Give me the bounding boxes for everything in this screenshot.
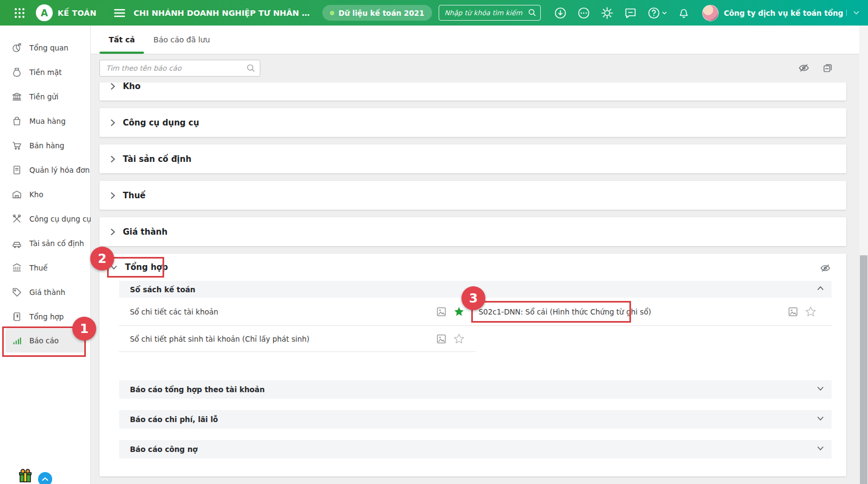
sidebar-item-gia-thanh[interactable]: Giá thành bbox=[0, 280, 90, 304]
section-gia-thanh[interactable]: Giá thành bbox=[99, 217, 846, 246]
section-title: Giá thành bbox=[123, 227, 167, 237]
chevron-up-icon bbox=[817, 286, 824, 291]
chevron-down-icon bbox=[817, 416, 824, 421]
invoice-document-icon bbox=[11, 165, 22, 175]
section-tong-hop-header[interactable]: Tổng hợp bbox=[99, 254, 846, 281]
main-content: Tất cả Báo cáo đã lưu bbox=[91, 26, 868, 484]
user-avatar[interactable] bbox=[702, 5, 719, 21]
sidebar-item-label: Báo cáo bbox=[29, 336, 59, 345]
tab-all[interactable]: Tất cả bbox=[99, 26, 144, 54]
sidebar-item-label: Tiền gửi bbox=[29, 92, 59, 101]
subsection-bao-cao-cong-no[interactable]: Báo cáo công nợ bbox=[119, 440, 832, 458]
report-tabs: Tất cả Báo cáo đã lưu bbox=[91, 26, 868, 54]
chevron-right-icon bbox=[110, 119, 115, 127]
subsection-bao-cao-chi-phi-lai-lo[interactable]: Báo cáo chi phí, lãi lỗ bbox=[119, 410, 832, 429]
report-link[interactable]: Sổ chi tiết phát sinh tài khoản (Chỉ lấy… bbox=[130, 335, 436, 343]
preview-image-icon[interactable] bbox=[436, 306, 447, 317]
section-title: Thuế bbox=[123, 191, 146, 200]
section-title: Công cụ dụng cụ bbox=[123, 118, 199, 128]
app-window: A KẾ TOÁN CHI NHÁNH DOANH NGHIỆP TƯ NHÂN… bbox=[0, 0, 868, 484]
chevron-down-icon bbox=[817, 386, 824, 391]
hide-section-eye-off-icon[interactable] bbox=[820, 262, 831, 274]
section-tong-hop: Tổng hợp Sổ sách kế toán bbox=[99, 254, 846, 476]
sidebar-item-tong-quan[interactable]: Tổng quan bbox=[0, 35, 90, 60]
top-header: A KẾ TOÁN CHI NHÁNH DOANH NGHIỆP TƯ NHÂN… bbox=[0, 0, 868, 26]
account-chevron-down-icon[interactable] bbox=[853, 11, 859, 15]
hamburger-menu-icon[interactable] bbox=[114, 9, 125, 17]
more-apps-icon[interactable] bbox=[577, 7, 590, 20]
sidebar-item-label: Mua hàng bbox=[29, 117, 66, 125]
report-toolbar bbox=[91, 54, 868, 83]
chevron-right-icon bbox=[110, 228, 115, 236]
sidebar-item-thue[interactable]: Thuế bbox=[0, 255, 90, 280]
shopping-bag-icon bbox=[11, 116, 22, 127]
scrollbar-track[interactable] bbox=[859, 26, 868, 484]
app-logo[interactable]: A bbox=[36, 4, 53, 21]
chevron-down-icon bbox=[662, 11, 667, 15]
subsection-bao-cao-tong-hop-theo-tai-khoan[interactable]: Báo cáo tổng hợp theo tài khoản bbox=[119, 380, 832, 399]
report-cell: Sổ chi tiết phát sinh tài khoản (Chỉ lấy… bbox=[119, 326, 476, 352]
sidebar-item-tien-mat[interactable]: Tiền mặt bbox=[0, 60, 90, 84]
section-title: Tài sản cố định bbox=[123, 154, 191, 164]
section-tai-san-co-dinh[interactable]: Tài sản cố định bbox=[99, 144, 846, 173]
sidebar-item-label: Bán hàng bbox=[29, 141, 64, 150]
sidebar-item-tai-san-co-dinh[interactable]: Tài sản cố định bbox=[0, 231, 90, 255]
section-thue[interactable]: Thuế bbox=[99, 181, 846, 210]
gift-promo-icon[interactable] bbox=[18, 468, 33, 483]
notifications-bell-icon[interactable] bbox=[677, 7, 690, 20]
help-icon[interactable] bbox=[647, 7, 667, 20]
chevron-down-icon bbox=[817, 446, 824, 451]
subsection-so-sach-ke-toan[interactable]: Sổ sách kế toán bbox=[119, 281, 832, 298]
sidebar-item-quan-ly-hoa-don[interactable]: Quản lý hóa đơn bbox=[0, 158, 90, 182]
overview-pie-icon bbox=[11, 42, 22, 53]
favorite-star-icon-filled[interactable] bbox=[453, 306, 465, 317]
report-section-list: Kho Công cụ dụng cụ Tài sản cố định Thuế… bbox=[91, 83, 868, 484]
sidebar-item-tien-gui[interactable]: Tiền gửi bbox=[0, 84, 90, 109]
favorite-star-icon-outline[interactable] bbox=[805, 306, 816, 317]
report-link[interactable]: Sổ chi tiết các tài khoản bbox=[130, 307, 436, 316]
chat-icon[interactable] bbox=[624, 7, 637, 20]
sidebar-item-label: Tổng hợp bbox=[29, 312, 64, 321]
car-asset-icon bbox=[11, 238, 22, 249]
price-tag-icon bbox=[11, 287, 22, 298]
sidebar-item-bao-cao[interactable]: Báo cáo bbox=[5, 329, 85, 353]
scroll-top-button[interactable] bbox=[38, 472, 52, 484]
chevron-right-icon bbox=[110, 192, 115, 199]
download-icon[interactable] bbox=[554, 7, 567, 20]
report-link-s02c1[interactable]: S02c1-DNN: Sổ cái (Hình thức Chứng từ gh… bbox=[479, 307, 788, 316]
hide-reports-eye-off-icon[interactable] bbox=[798, 62, 810, 74]
data-year-label: Dữ liệu kế toán 2021 bbox=[339, 9, 424, 17]
sidebar-item-mua-hang[interactable]: Mua hàng bbox=[0, 109, 90, 133]
sidebar-item-cong-cu-dung-cu[interactable]: Công cụ dụng cụ bbox=[0, 206, 90, 231]
chevron-right-icon bbox=[110, 155, 115, 163]
global-search-input[interactable] bbox=[439, 5, 541, 21]
warehouse-icon bbox=[11, 189, 22, 200]
subsection-title: Báo cáo tổng hợp theo tài khoản bbox=[130, 385, 265, 394]
sidebar-item-ban-hang[interactable]: Bán hàng bbox=[0, 133, 90, 158]
sidebar-item-label: Tiền mặt bbox=[29, 68, 61, 77]
section-cong-cu-dung-cu[interactable]: Công cụ dụng cụ bbox=[99, 108, 846, 137]
tax-building-icon bbox=[11, 262, 22, 273]
tools-icon bbox=[11, 213, 22, 224]
app-grid-icon[interactable] bbox=[14, 8, 25, 18]
data-year-badge[interactable]: Dữ liệu kế toán 2021 bbox=[322, 5, 432, 21]
tab-saved-reports[interactable]: Báo cáo đã lưu bbox=[144, 26, 219, 54]
settings-gear-icon[interactable] bbox=[601, 7, 614, 20]
account-name[interactable]: Công ty dịch vụ kế toán tổng hợp 1... bbox=[724, 9, 847, 17]
favorite-star-icon-outline[interactable] bbox=[453, 333, 465, 344]
report-chart-icon bbox=[11, 335, 22, 346]
preview-image-icon[interactable] bbox=[436, 334, 447, 344]
collapse-all-icon[interactable] bbox=[822, 62, 834, 74]
scrollbar-thumb[interactable] bbox=[860, 255, 867, 484]
sidebar-item-tong-hop[interactable]: Tổng hợp bbox=[0, 304, 90, 329]
chevron-right-icon bbox=[110, 83, 115, 90]
preview-image-icon[interactable] bbox=[788, 306, 798, 317]
sidebar-item-kho[interactable]: Kho bbox=[0, 182, 90, 206]
sidebar-item-label: Giá thành bbox=[29, 288, 65, 297]
tab-saved-label: Báo cáo đã lưu bbox=[153, 35, 210, 44]
report-search-input[interactable] bbox=[99, 60, 260, 77]
sidebar-item-label: Quản lý hóa đơn bbox=[29, 166, 90, 174]
section-kho[interactable]: Kho bbox=[99, 83, 846, 100]
shopping-cart-icon bbox=[11, 140, 22, 151]
report-cell: S02c1-DNN: Sổ cái (Hình thức Chứng từ gh… bbox=[476, 298, 832, 326]
